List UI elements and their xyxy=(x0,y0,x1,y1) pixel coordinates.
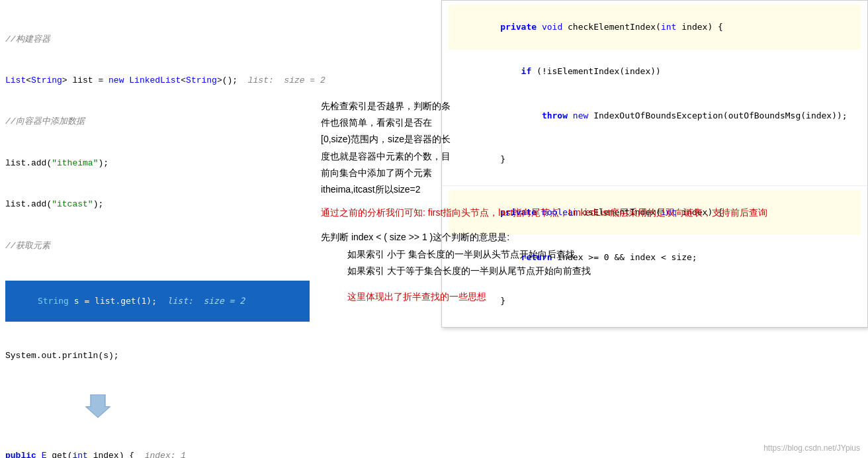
svg-marker-0 xyxy=(86,394,110,418)
code-line: List<String> list = new LinkedList<Strin… xyxy=(5,74,308,88)
code-line: list.add("itcast"); xyxy=(5,198,308,212)
code-line: //构建容器 xyxy=(5,33,308,47)
annotation-text: 先检查索引是否越界，判断的条 件也很简单，看索引是否在 [0,size)范围内，… xyxy=(321,98,526,198)
bottom-line-1: 通过之前的分析我们可知: first指向头节点，last指向尾节点，Linked… xyxy=(321,205,868,220)
arrow-down-svg xyxy=(85,394,111,418)
arrow-1 xyxy=(85,394,308,418)
annotation-line-1: 先检查索引是否越界，判断的条 xyxy=(321,101,451,111)
popup-row: if (!isElementIndex(index)) xyxy=(449,50,861,93)
annotation-block: 先检查索引是否越界，判断的条 件也很简单，看索引是否在 [0,size)范围内，… xyxy=(321,98,526,198)
popup-row: private void checkElementIndex(int index… xyxy=(449,5,861,50)
annotation-line-4: 度也就是容器中元素的个数，目 xyxy=(321,151,451,161)
bottom-line-4: 如果索引 大于等于集合长度的一半则从尾节点开始向前查找 xyxy=(321,263,868,279)
annotation-line-5: 前向集合中添加了两个元素 xyxy=(321,167,432,178)
code-line: //向容器中添加数据 xyxy=(5,115,308,129)
code-line: list.add("itheima"); xyxy=(5,157,308,171)
watermark: https://blog.csdn.net/JYpius xyxy=(763,443,860,453)
middle-code-block: public E get(int index) { index: 1 xyxy=(5,422,308,458)
right-panel: private void checkElementIndex(int index… xyxy=(308,0,868,458)
bottom-line-5: 这里体现出了折半查找的一些思想 xyxy=(321,289,868,305)
bottom-annotations: 通过之前的分析我们可知: first指向头节点，last指向尾节点，Linked… xyxy=(321,205,868,305)
code-line: public E get(int index) { index: 1 xyxy=(5,449,308,458)
top-code-block: //构建容器 List<String> list = new LinkedLis… xyxy=(5,5,308,281)
annotation-line-6: itheima,itcast所以size=2 xyxy=(321,184,421,195)
code-after-highlight: System.out.println(s); xyxy=(5,322,308,390)
bottom-line-2: 先判断 index < ( size >> 1 )这个判断的意思是: xyxy=(321,229,868,246)
highlighted-line-1: String s = list.get(1); list: size = 2 xyxy=(5,281,310,322)
code-line: System.out.println(s); xyxy=(5,349,308,363)
left-panel: //构建容器 List<String> list = new LinkedLis… xyxy=(0,0,308,458)
code-line: //获取元素 xyxy=(5,240,308,253)
main-container: //构建容器 List<String> list = new LinkedLis… xyxy=(0,0,868,458)
annotation-line-3: [0,size)范围内，size是容器的长 xyxy=(321,134,451,144)
annotation-line-2: 件也很简单，看索引是否在 xyxy=(321,117,432,128)
bottom-line-3: 如果索引 小于 集合长度的一半则从头节点开始向后查找 xyxy=(321,246,868,263)
